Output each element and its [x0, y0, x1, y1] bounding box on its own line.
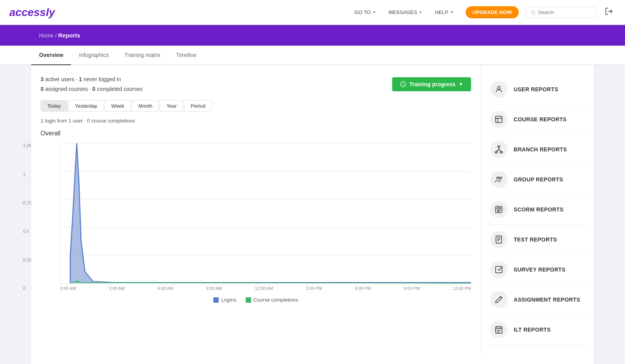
goto-caret: ▼	[372, 10, 376, 14]
assignment-icon	[495, 295, 503, 304]
assignment-reports-icon-circle	[490, 291, 507, 308]
tab-training-matrix[interactable]: Training matrix	[117, 46, 168, 65]
svg-line-20	[496, 149, 499, 152]
breadcrumb-bar: Home / Reports	[0, 25, 625, 46]
legend-completions-label: Course completions	[254, 297, 298, 303]
svg-rect-34	[496, 327, 502, 334]
training-progress-arrow: ▼	[459, 82, 463, 87]
tab-timeline[interactable]: Timeline	[168, 46, 204, 65]
legend-logins: Logins	[213, 297, 236, 303]
period-period[interactable]: Period	[184, 100, 212, 112]
completions-count: 0	[87, 118, 90, 124]
assignment-reports-label: ASSIGNMENT REPORTS	[514, 297, 580, 303]
messages-nav[interactable]: MESSAGES ▼	[384, 6, 427, 18]
training-progress-button[interactable]: Training progress ▼	[392, 77, 471, 91]
never-logged-count: 1	[79, 76, 82, 82]
svg-rect-25	[497, 208, 500, 209]
logout-button[interactable]	[602, 5, 616, 20]
survey-reports-item[interactable]: SURVEY REPORTS	[487, 255, 588, 285]
legend-logins-label: Logins	[221, 297, 236, 303]
chart-area	[60, 143, 471, 284]
upgrade-button[interactable]: UPGRADE NOW	[466, 6, 519, 18]
inner-content: 3 active users · 1 never logged in 0 ass…	[31, 65, 594, 354]
x-axis: 0:00 AM 3:00 AM 6:00 AM 9:00 AM 12:00 AM…	[60, 286, 471, 291]
survey-icon	[495, 265, 503, 274]
course-reports-icon-circle	[490, 111, 507, 128]
scorm-reports-icon-circle	[490, 201, 507, 218]
breadcrumb-current: Reports	[58, 32, 80, 39]
training-progress-label: Training progress	[409, 81, 455, 87]
course-reports-item[interactable]: COURSE REPORTS	[487, 105, 588, 135]
group-reports-item[interactable]: GROUP REPORTS	[487, 165, 588, 195]
chart-svg	[61, 143, 471, 283]
legend-logins-color	[213, 297, 219, 303]
help-nav[interactable]: HELP ▼	[430, 6, 459, 18]
svg-rect-28	[496, 236, 502, 243]
svg-point-0	[532, 11, 535, 14]
login-count: 1	[41, 118, 43, 124]
content-wrapper: Overview Infographics Training matrix Ti…	[31, 46, 594, 364]
course-icon	[495, 115, 503, 124]
user-reports-label: USER REPORTS	[514, 86, 558, 92]
legend-completions: Course completions	[246, 297, 298, 303]
tab-infographics[interactable]: Infographics	[71, 46, 116, 65]
svg-point-12	[497, 87, 500, 89]
chart-legend: Logins Course completions	[41, 297, 471, 303]
breadcrumb-home[interactable]: Home	[39, 32, 54, 39]
svg-rect-18	[500, 152, 503, 153]
test-reports-item[interactable]: TEST REPORTS	[487, 225, 588, 255]
svg-rect-17	[495, 152, 498, 153]
test-icon	[495, 235, 503, 244]
svg-rect-13	[496, 116, 502, 123]
search-input[interactable]	[538, 9, 591, 15]
group-reports-label: GROUP REPORTS	[514, 176, 563, 183]
ilt-icon	[495, 325, 503, 334]
ilt-reports-label: ILT REPORTS	[514, 327, 551, 333]
chart-container: Overall 1.25 1 0.75 0.5 0.25 0	[41, 130, 471, 303]
logo: accessly	[9, 6, 55, 19]
header: accessly GO TO ▼ MESSAGES ▼ HELP ▼ UPGRA…	[0, 0, 625, 25]
login-info: 1 login from 1 user · 0 course completio…	[41, 118, 471, 124]
period-buttons: Today Yesterday Week Month Year Period	[41, 100, 471, 112]
branch-reports-label: BRANCH REPORTS	[514, 146, 567, 153]
svg-marker-10	[70, 143, 471, 283]
messages-label: MESSAGES	[389, 9, 417, 15]
svg-rect-16	[498, 146, 500, 147]
login-users: 1	[69, 118, 71, 124]
legend-completions-color	[246, 297, 251, 303]
active-users-count: 3	[41, 76, 44, 82]
chart-title: Overall	[41, 130, 471, 137]
svg-point-23	[500, 177, 502, 179]
help-caret: ▼	[450, 10, 454, 14]
period-today[interactable]: Today	[41, 100, 68, 112]
user-reports-icon-circle	[490, 81, 507, 98]
period-yesterday[interactable]: Yesterday	[68, 100, 104, 112]
user-reports-item[interactable]: USER REPORTS	[487, 75, 588, 105]
ilt-reports-item[interactable]: ILT REPORTS	[487, 315, 588, 345]
svg-line-1	[534, 13, 535, 14]
svg-line-21	[499, 149, 501, 152]
goto-label: GO TO	[355, 9, 371, 15]
goto-nav[interactable]: GO TO ▼	[350, 6, 381, 18]
tab-overview[interactable]: Overview	[31, 46, 71, 65]
test-reports-label: TEST REPORTS	[514, 236, 557, 243]
period-month[interactable]: Month	[132, 100, 159, 112]
user-icon	[495, 85, 503, 94]
branch-reports-item[interactable]: BRANCH REPORTS	[487, 135, 588, 165]
scorm-reports-item[interactable]: SCORM REPORTS	[487, 195, 588, 225]
main-left: 3 active users · 1 never logged in 0 ass…	[31, 65, 480, 354]
search-icon	[531, 10, 536, 15]
scorm-reports-label: SCORM REPORTS	[514, 206, 564, 213]
course-reports-label: COURSE REPORTS	[514, 116, 567, 123]
period-week[interactable]: Week	[105, 100, 131, 112]
main-right: USER REPORTS COURSE REPORTS	[480, 65, 594, 354]
help-label: HELP	[435, 9, 448, 15]
ilt-reports-icon-circle	[490, 321, 507, 338]
breadcrumb-separator: /	[55, 32, 58, 39]
assigned-courses-count: 0	[41, 86, 44, 92]
period-year[interactable]: Year	[160, 100, 183, 112]
stats-row: 3 active users · 1 never logged in 0 ass…	[41, 75, 471, 94]
svg-point-22	[497, 177, 499, 179]
search-box[interactable]	[526, 7, 596, 18]
assignment-reports-item[interactable]: ASSIGNMENT REPORTS	[487, 285, 588, 315]
